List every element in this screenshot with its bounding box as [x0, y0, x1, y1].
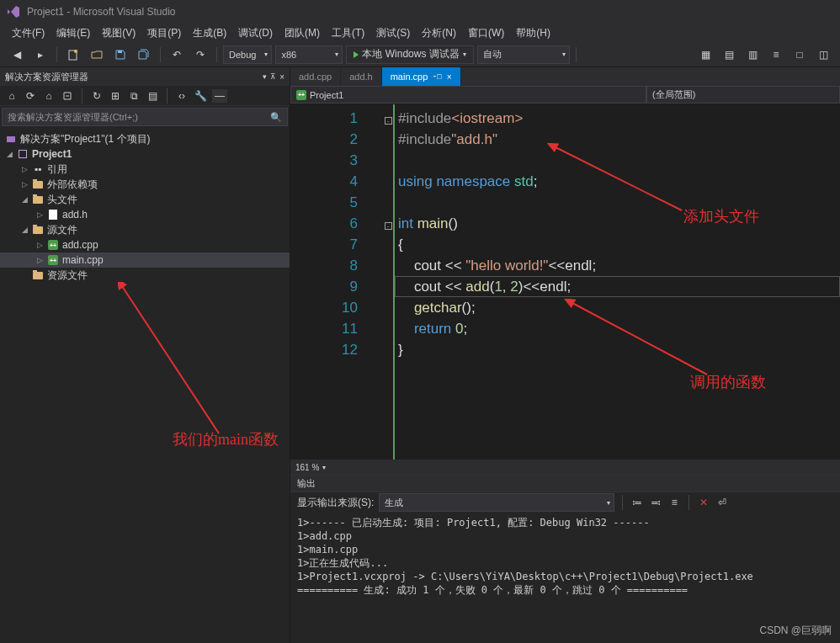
run-label: 本地 Windows 调试器: [362, 47, 459, 61]
platform-dropdown[interactable]: x86: [275, 45, 343, 64]
menu-tools[interactable]: 工具(T): [327, 24, 369, 42]
headers-label: 头文件: [47, 193, 77, 207]
extdeps-label: 外部依赖项: [47, 178, 98, 192]
solution-node[interactable]: 解决方案"Project1"(1 个项目): [0, 131, 290, 146]
props-icon[interactable]: ▤: [146, 89, 159, 103]
tool-icon-4[interactable]: ≡: [766, 45, 786, 64]
tab-add-h[interactable]: add.h: [341, 67, 382, 86]
explorer-search[interactable]: 搜索解决方案资源管理器(Ctrl+;) 🔍: [2, 108, 288, 126]
tool-icon-5[interactable]: □: [789, 45, 810, 64]
wrench-icon[interactable]: 🔧: [194, 89, 207, 103]
svg-point-1: [74, 50, 77, 53]
out-tool-3[interactable]: ≡: [667, 496, 681, 509]
code-content[interactable]: #include<iostream> #include"add.h" using…: [395, 104, 840, 460]
redo-icon[interactable]: ↷: [190, 45, 210, 64]
home-icon[interactable]: ⌂: [5, 89, 19, 103]
menu-file[interactable]: 文件(F): [7, 24, 50, 42]
play-icon: [354, 51, 359, 58]
showall-icon[interactable]: ⊞: [109, 89, 122, 103]
wrap-icon[interactable]: ⏎: [715, 496, 729, 509]
save-icon[interactable]: [110, 45, 130, 64]
headers-node[interactable]: ◢ 头文件: [0, 192, 290, 207]
refs-node[interactable]: ▷▪▪ 引用: [0, 162, 290, 177]
copy-icon[interactable]: ⧉: [127, 89, 141, 103]
explorer-title: 解决方案资源管理器: [5, 71, 88, 83]
extdeps-node[interactable]: ▷ 外部依赖项: [0, 177, 290, 192]
solution-tree: 解决方案"Project1"(1 个项目) ◢ Project1 ▷▪▪ 引用 …: [0, 128, 290, 643]
sync-icon[interactable]: ⟳: [24, 89, 37, 103]
menu-analyze[interactable]: 分析(N): [417, 24, 461, 42]
save-all-icon[interactable]: [134, 45, 154, 64]
file-main-cpp[interactable]: ▷++ main.cpp: [0, 252, 290, 268]
file-label: add.h: [62, 209, 88, 221]
close-icon[interactable]: ×: [279, 72, 284, 82]
dash-icon[interactable]: —: [212, 89, 227, 103]
new-icon[interactable]: [63, 45, 83, 64]
config-dropdown[interactable]: Debug: [223, 45, 272, 64]
nav-scope-dropdown[interactable]: (全局范围): [646, 86, 840, 104]
tool-icon-1[interactable]: ▦: [695, 45, 715, 64]
tool-icon-2[interactable]: ▤: [719, 45, 739, 64]
menu-build[interactable]: 生成(B): [188, 24, 231, 42]
tool-icon-6[interactable]: ◫: [813, 45, 833, 64]
sources-node[interactable]: ◢ 源文件: [0, 222, 290, 237]
collapse-icon[interactable]: [61, 89, 74, 103]
menu-project[interactable]: 项目(P): [142, 24, 186, 42]
window-title: Project1 - Microsoft Visual Studio: [27, 6, 176, 18]
file-label: add.cpp: [62, 239, 98, 251]
out-tool-2[interactable]: ≕: [649, 496, 662, 509]
close-tab-icon[interactable]: ×: [447, 72, 452, 82]
menu-team[interactable]: 团队(M): [279, 24, 325, 42]
start-debug-button[interactable]: 本地 Windows 调试器 ▾: [346, 45, 473, 64]
dropdown-icon[interactable]: ▾: [263, 72, 267, 82]
file-add-h[interactable]: ▷ add.h: [0, 207, 290, 222]
pin-icon[interactable]: ⁃□: [433, 72, 441, 81]
menu-view[interactable]: 视图(V): [97, 24, 141, 42]
search-icon: 🔍: [270, 112, 282, 123]
output-title: 输出: [290, 476, 840, 492]
resources-label: 资源文件: [47, 268, 88, 283]
menu-window[interactable]: 窗口(W): [463, 24, 509, 42]
resources-node[interactable]: 资源文件: [0, 268, 290, 283]
tab-main-cpp[interactable]: main.cpp⁃□×: [382, 67, 461, 86]
svg-rect-3: [7, 136, 15, 142]
project-node[interactable]: ◢ Project1: [0, 146, 290, 162]
output-source-label: 显示输出来源(S):: [297, 496, 374, 510]
open-icon[interactable]: [87, 45, 107, 64]
output-panel: 输出 显示输出来源(S): 生成 ≔ ≕ ≡ ✕ ⏎ 1>------ 已启动生…: [290, 475, 840, 643]
fold-column[interactable]: - -: [383, 104, 395, 460]
zoom-value[interactable]: 161 %: [295, 463, 319, 472]
search-placeholder: 搜索解决方案资源管理器(Ctrl+;): [8, 111, 138, 124]
menu-edit[interactable]: 编辑(E): [51, 24, 95, 42]
solution-label: 解决方案"Project1"(1 个项目): [20, 132, 151, 146]
menu-bar: 文件(F) 编辑(E) 视图(V) 项目(P) 生成(B) 调试(D) 团队(M…: [0, 24, 840, 42]
title-bar: Project1 - Microsoft Visual Studio: [0, 0, 840, 24]
code-icon[interactable]: ‹›: [175, 89, 189, 103]
output-text[interactable]: 1>------ 已启动生成: 项目: Project1, 配置: Debug …: [290, 513, 840, 643]
nav-fwd-icon[interactable]: ▸: [30, 45, 51, 64]
svg-rect-2: [118, 50, 122, 53]
clear-output-icon[interactable]: ✕: [697, 496, 710, 509]
menu-debug[interactable]: 调试(D): [233, 24, 278, 42]
refs-label: 引用: [47, 162, 67, 177]
menu-help[interactable]: 帮助(H): [511, 24, 556, 42]
undo-icon[interactable]: ↶: [167, 45, 187, 64]
editor-tabs: add.cpp add.h main.cpp⁃□×: [290, 67, 840, 86]
watermark: CSDN @巨弱啊: [759, 624, 832, 638]
refresh-icon[interactable]: ↻: [90, 89, 104, 103]
tool-icon-3[interactable]: ▥: [742, 45, 763, 64]
code-editor[interactable]: 123456789101112 - - #include<iostream> #…: [290, 104, 840, 460]
home2-icon[interactable]: ⌂: [42, 89, 56, 103]
tab-add-cpp[interactable]: add.cpp: [290, 67, 341, 86]
out-tool-1[interactable]: ≔: [630, 496, 644, 509]
pin-icon[interactable]: ⊼: [270, 72, 276, 82]
auto-dropdown[interactable]: 自动: [477, 45, 570, 64]
solution-explorer: 解决方案资源管理器 ▾ ⊼ × ⌂ ⟳ ⌂ ↻ ⊞ ⧉ ▤ ‹› 🔧 — 搜索解…: [0, 67, 290, 643]
project-label: Project1: [32, 148, 72, 160]
sources-label: 源文件: [47, 223, 77, 237]
file-add-cpp[interactable]: ▷++ add.cpp: [0, 237, 290, 252]
nav-back-icon[interactable]: ◀: [7, 45, 27, 64]
output-source-dropdown[interactable]: 生成: [379, 493, 614, 512]
menu-test[interactable]: 测试(S): [371, 24, 415, 42]
nav-project-dropdown[interactable]: ++Project1: [290, 86, 646, 104]
